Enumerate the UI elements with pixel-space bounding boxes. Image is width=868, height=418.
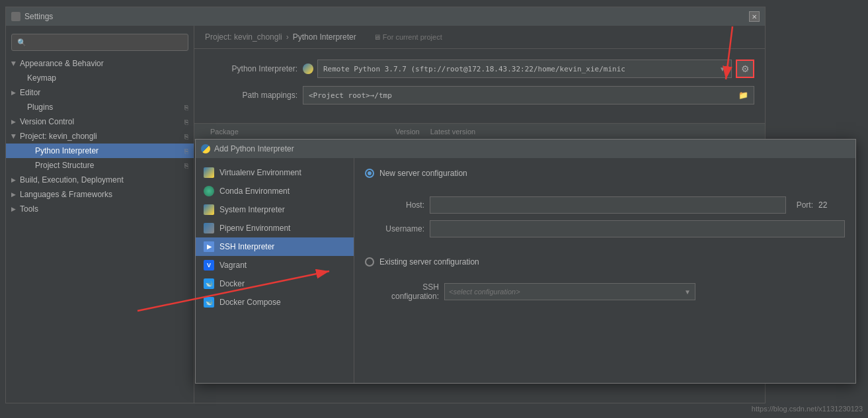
sidebar-item-keymap[interactable]: Keymap — [6, 71, 194, 85]
sidebar-item-label: Plugins — [27, 103, 53, 112]
folder-icon: 📁 — [738, 91, 748, 100]
add-interpreter-dialog: Add Python Interpreter Virtualenv Enviro… — [195, 139, 856, 384]
copy-icon: ⎘ — [184, 162, 188, 169]
sidebar-item-version-control[interactable]: ▶ Version Control ⎘ — [6, 114, 194, 129]
dialog-sidebar-item-docker[interactable]: 🐋 Docker — [196, 274, 354, 293]
sidebar-item-appearance[interactable]: ▶ Appearance & Behavior — [6, 56, 194, 71]
sidebar: 🔍 ▶ Appearance & Behavior Keymap ▶ Edito… — [6, 26, 194, 403]
dialog-sidebar-item-pipenv[interactable]: Pipenv Environment — [196, 219, 354, 237]
interpreter-control: Remote Python 3.7.7 (sftp://root@172.18.… — [303, 60, 754, 78]
dialog-sidebar-label: Docker — [219, 279, 245, 288]
username-row: Username: — [365, 220, 845, 237]
ssh-config-placeholder: <select configuration> — [449, 288, 520, 296]
sidebar-item-project[interactable]: ▶ Project: kevin_chongli ⎘ — [6, 129, 194, 144]
dialog-sidebar-label: Vagrant — [219, 261, 247, 270]
python-icon — [303, 63, 313, 74]
expand-arrow: ▶ — [11, 191, 16, 198]
username-input[interactable] — [430, 220, 845, 237]
breadcrumb-project: Project: kevin_chongli — [205, 32, 282, 42]
path-control: <Project root>→/tmp 📁 — [303, 86, 754, 104]
dialog-sidebar-label: Pipenv Environment — [219, 224, 290, 233]
ssh-config-select[interactable]: <select configuration> ▼ — [444, 283, 695, 300]
existing-server-option[interactable]: Existing server configuration — [365, 257, 845, 267]
window-titlebar: Settings ✕ — [6, 7, 765, 26]
vagrant-icon: V — [204, 260, 214, 271]
conda-icon — [204, 186, 214, 196]
expand-arrow: ▶ — [11, 177, 16, 183]
copy-icon: ⎘ — [184, 118, 188, 126]
path-field[interactable]: <Project root>→/tmp 📁 — [303, 86, 754, 104]
interpreter-row: Python Interpreter: Remote Python 3.7.7 … — [205, 60, 754, 78]
path-mappings-row: Path mappings: <Project root>→/tmp 📁 — [205, 86, 754, 104]
dialog-python-icon — [201, 144, 210, 153]
dialog-sidebar-item-ssh[interactable]: ▶ SSH Interpreter — [196, 237, 354, 256]
copy-icon: ⎘ — [184, 104, 188, 111]
ssh-config-label: SSH configuration: — [379, 282, 439, 301]
breadcrumb-note: 🖥 For current project — [374, 33, 442, 41]
new-server-label: New server configuration — [379, 169, 467, 178]
expand-arrow: ▶ — [11, 89, 16, 96]
version-col-header: Version — [390, 126, 425, 137]
dropdown-arrow: ▼ — [719, 65, 726, 73]
dialog-sidebar-label: Docker Compose — [219, 298, 281, 307]
sidebar-item-plugins[interactable]: Plugins ⎘ — [6, 100, 194, 114]
sidebar-item-label: Build, Execution, Deployment — [20, 175, 124, 185]
breadcrumb-separator: › — [286, 32, 289, 42]
sidebar-item-label: Project: kevin_chongli — [20, 132, 97, 141]
existing-server-radio[interactable] — [365, 257, 374, 267]
sidebar-item-tools[interactable]: ▶ Tools — [6, 202, 194, 216]
sidebar-item-label: Project Structure — [35, 161, 94, 170]
dialog-sidebar-item-vagrant[interactable]: V Vagrant — [196, 256, 354, 274]
interpreter-form: Python Interpreter: Remote Python 3.7.7 … — [194, 49, 765, 123]
interpreter-value: Remote Python 3.7.7 (sftp://root@172.18.… — [323, 65, 625, 73]
dialog-title: Add Python Interpreter — [214, 144, 294, 153]
interpreter-select[interactable]: Remote Python 3.7.7 (sftp://root@172.18.… — [317, 60, 732, 78]
dialog-sidebar-item-system[interactable]: System Interpreter — [196, 200, 354, 219]
dialog-sidebar-item-virtualenv[interactable]: Virtualenv Environment — [196, 163, 354, 182]
settings-icon — [11, 12, 20, 21]
username-label: Username: — [365, 224, 424, 233]
path-mappings-label: Path mappings: — [205, 91, 297, 100]
ssh-config-row: SSH configuration: <select configuration… — [379, 282, 845, 301]
docker-compose-icon: 🐋 — [204, 297, 214, 308]
copy-icon: ⎘ — [184, 133, 188, 140]
dialog-titlebar: Add Python Interpreter — [196, 140, 855, 158]
sidebar-item-label: Version Control — [20, 117, 74, 126]
sidebar-item-languages[interactable]: ▶ Languages & Frameworks — [6, 187, 194, 202]
window-title-text: Settings — [24, 12, 53, 21]
new-server-radio[interactable] — [365, 169, 374, 178]
host-label: Host: — [365, 200, 424, 210]
ssh-icon: ▶ — [204, 241, 214, 252]
dropdown-arrow: ▼ — [684, 288, 691, 296]
new-server-option[interactable]: New server configuration — [365, 169, 845, 178]
port-value: 22 — [818, 200, 845, 210]
copy-icon: ⎘ — [184, 147, 188, 155]
package-col-header: Package — [205, 126, 390, 137]
dialog-sidebar-item-docker-compose[interactable]: 🐋 Docker Compose — [196, 293, 354, 312]
sidebar-item-editor[interactable]: ▶ Editor — [6, 85, 194, 100]
breadcrumb-current: Python Interpreter — [293, 32, 356, 42]
latest-version-col-header: Latest version — [425, 126, 481, 137]
sidebar-item-python-interpreter[interactable]: Python Interpreter ⎘ — [6, 144, 194, 158]
expand-arrow: ▶ — [11, 134, 17, 139]
sidebar-item-label: Keymap — [27, 73, 56, 83]
host-input[interactable] — [430, 196, 786, 214]
sidebar-item-label: Tools — [20, 204, 38, 214]
window-title: Settings — [11, 12, 53, 21]
dialog-main: New server configuration Host: Port: 22 … — [354, 158, 855, 383]
sidebar-item-label: Editor — [20, 88, 40, 97]
path-value: <Project root>→/tmp — [309, 91, 392, 100]
sidebar-item-build[interactable]: ▶ Build, Execution, Deployment — [6, 173, 194, 187]
new-server-form: Host: Port: 22 Username: — [365, 196, 845, 244]
dialog-sidebar-item-conda[interactable]: Conda Environment — [196, 182, 354, 200]
csdn-url: https://blog.csdn.net/x1131230123 — [752, 405, 863, 413]
dialog-sidebar-label: SSH Interpreter — [219, 242, 274, 251]
breadcrumb: Project: kevin_chongli › Python Interpre… — [194, 26, 765, 49]
dialog-sidebar-label: System Interpreter — [219, 205, 285, 214]
interpreter-label: Python Interpreter: — [205, 64, 297, 73]
close-button[interactable]: ✕ — [749, 11, 760, 22]
packages-table-header: Package Version Latest version — [194, 123, 765, 140]
search-box[interactable]: 🔍 — [11, 34, 188, 51]
sidebar-item-project-structure[interactable]: Project Structure ⎘ — [6, 158, 194, 173]
gear-button[interactable]: ⚙ — [736, 60, 754, 78]
